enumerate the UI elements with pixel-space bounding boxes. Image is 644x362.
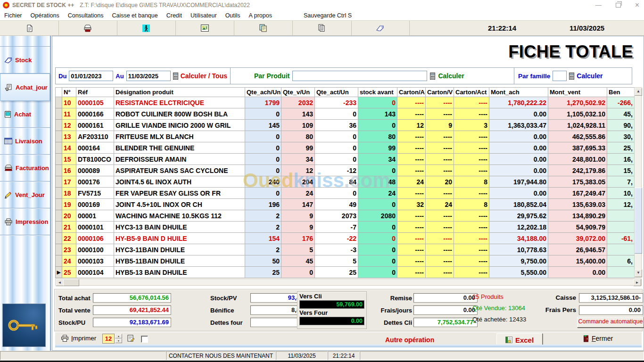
cell-carton-a[interactable]: ---- [397, 165, 426, 176]
sidebar-item-stock[interactable]: Stock [0, 46, 50, 74]
cell-stock-avant[interactable]: 143 [358, 108, 397, 120]
summary-right-field[interactable]: 0.00 [413, 305, 478, 315]
cell-carton-a[interactable]: 32 [397, 199, 426, 210]
cell-carton-act[interactable]: ---- [454, 255, 489, 267]
cell-stock-avant[interactable]: 34 [358, 154, 397, 165]
cell-stock-avant[interactable]: 0 [358, 199, 397, 210]
sidebar-item-facturation[interactable]: Facturation [0, 155, 50, 181]
cell-carton-a[interactable]: ---- [397, 255, 426, 267]
menu-sauvegarde[interactable]: Sauvegarde Ctrl S [300, 12, 355, 19]
cell-designation[interactable]: RESISTANCE ELCTRICIQUE [114, 97, 245, 108]
cell-designation[interactable]: WACHING MACHINE 10.5KGS 112 [114, 210, 245, 222]
cell-qte-v[interactable]: 176 [281, 233, 315, 244]
cell-mont-ach[interactable]: 5,550.00 [489, 267, 548, 278]
cell-stock-avant[interactable]: 0 [358, 267, 397, 278]
cell-qte-v[interactable]: 5 [281, 244, 315, 255]
cell-qte-v[interactable]: 143 [281, 108, 315, 120]
cell-ben[interactable] [607, 222, 635, 233]
cell-mont-vent[interactable]: 1,024,928.11 [548, 120, 607, 131]
row-selector[interactable] [56, 142, 62, 154]
cell-stock-avant[interactable]: 0 [358, 222, 397, 233]
cell-num[interactable]: 19 [62, 199, 76, 210]
toolbar-new-document-button[interactable] [0, 21, 59, 35]
cell-num[interactable]: 13 [62, 131, 76, 142]
sidebar-item-livraison[interactable]: Livraison [0, 128, 50, 155]
cell-carton-v[interactable]: 9 [426, 120, 454, 131]
cell-qte-act[interactable]: 2073 [315, 210, 358, 222]
cell-mont-ach[interactable]: 0.00 [489, 142, 548, 154]
cell-carton-act[interactable]: ---- [454, 210, 489, 222]
menu-outils[interactable]: Outils [221, 12, 245, 19]
minimize-button[interactable]: — [595, 0, 602, 10]
cell-num[interactable]: 14 [62, 142, 76, 154]
autre-operation-button[interactable]: Autre opération [385, 336, 434, 344]
cell-ref[interactable]: 0000100 [76, 244, 114, 255]
cell-carton-a[interactable]: 12 [397, 120, 426, 131]
toolbar-print-button[interactable] [58, 21, 117, 35]
cell-mont-vent[interactable]: 1,270,502.92 [548, 97, 607, 108]
cell-qte-ach[interactable]: 25 [245, 267, 281, 278]
cell-qte-ach[interactable]: 240 [245, 176, 281, 188]
cell-carton-act[interactable]: ---- [454, 267, 489, 278]
cell-ben[interactable]: 12, [607, 199, 635, 210]
cell-qte-act[interactable]: 49 [315, 199, 358, 210]
cell-carton-a[interactable]: ---- [397, 210, 426, 222]
row-selector[interactable] [56, 131, 62, 142]
column-header-ben[interactable]: Ben [607, 88, 635, 97]
cell-carton-act[interactable]: ---- [454, 97, 489, 108]
cell-stock-avant[interactable]: 0 [358, 165, 397, 176]
cell-qte-act[interactable]: 36 [315, 120, 358, 131]
sidebar-item-vent-jour[interactable]: Vent_Jour [0, 181, 50, 208]
cell-qte-ach[interactable]: 0 [245, 165, 281, 176]
cell-ben[interactable]: 25, [607, 142, 635, 154]
calculator-icon[interactable] [430, 73, 435, 80]
column-header-des[interactable]: Désignation produit [114, 88, 245, 97]
cell-mont-vent[interactable]: 54,909.79 [548, 222, 607, 233]
cell-carton-v[interactable]: ---- [426, 108, 454, 120]
menu-op-rations[interactable]: Opérations [26, 12, 64, 19]
cell-qte-act[interactable]: 0 [315, 142, 358, 154]
cell-qte-act[interactable]: 0 [315, 108, 358, 120]
cell-carton-act[interactable]: ---- [454, 188, 489, 199]
cell-num[interactable]: 20 [62, 210, 76, 222]
cell-carton-v[interactable]: 20 [426, 176, 454, 188]
cell-carton-a[interactable]: ---- [397, 233, 426, 244]
cell-designation[interactable]: DEFROISSEUR AMAIN [114, 154, 245, 165]
scroll-right-arrow[interactable]: ► [633, 279, 641, 286]
column-header-cact[interactable]: Carton/Act [454, 88, 489, 97]
restore-button[interactable] [616, 0, 621, 10]
cell-mont-ach[interactable]: 34,188.00 [489, 233, 548, 244]
cell-stock-avant[interactable]: 48 [358, 176, 397, 188]
cell-carton-act[interactable]: ---- [454, 142, 489, 154]
row-selector[interactable] [56, 233, 62, 244]
cell-mont-ach[interactable]: 0.00 [489, 154, 548, 165]
par-produit-input[interactable] [292, 71, 427, 81]
cell-qte-act[interactable]: 0 [315, 131, 358, 142]
toolbar-label-button[interactable] [351, 21, 410, 35]
summary-left-field[interactable]: 56,676,014.56 [93, 293, 171, 303]
cell-designation[interactable]: HYC3-11BAIN DHUILE [114, 244, 245, 255]
sidebar-item-impression[interactable]: Impression [0, 208, 50, 235]
column-header-ca[interactable]: Carton/A [397, 88, 426, 97]
cell-carton-act[interactable]: 3 [454, 120, 489, 131]
cell-stock-avant[interactable]: 0 [358, 120, 397, 131]
cell-designation[interactable]: JOINT4.5 6L INOX AUTH [114, 176, 245, 188]
close-button[interactable]: × [635, 0, 639, 10]
cell-num[interactable]: 16 [62, 165, 76, 176]
cell-num[interactable]: 22 [62, 233, 76, 244]
column-header-qa[interactable]: Qte_ach/Un [245, 88, 281, 97]
cell-ref[interactable]: 0000106 [76, 233, 114, 244]
cell-ref[interactable]: 000169 [76, 199, 114, 210]
cell-mont-vent[interactable]: 175,383.05 [548, 176, 607, 188]
cell-carton-v[interactable]: ---- [426, 244, 454, 255]
cell-ref[interactable]: 0000105 [76, 97, 114, 108]
summary-right-field[interactable]: 7,752,534.77- [413, 318, 478, 327]
cell-carton-v[interactable]: ---- [426, 267, 454, 278]
cell-ref[interactable]: FV5715 [76, 188, 114, 199]
vertical-scrollbar[interactable]: ▲ ▼ [634, 87, 642, 278]
cell-ben[interactable]: -61, [607, 233, 635, 244]
row-selector[interactable] [56, 222, 62, 233]
cell-carton-v[interactable]: ---- [426, 222, 454, 233]
cell-ben[interactable]: 15, [607, 165, 635, 176]
commande-automatique-button[interactable]: Commande automatique [577, 317, 644, 328]
